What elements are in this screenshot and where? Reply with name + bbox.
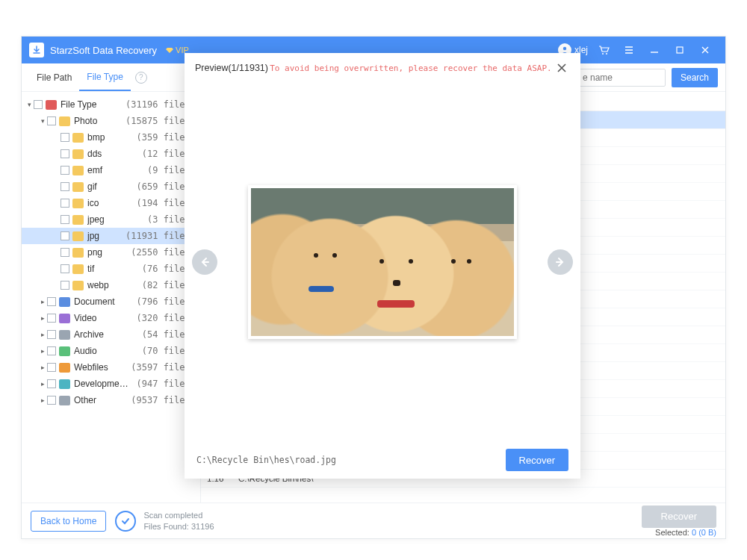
- tree-item[interactable]: bmp(359 files): [22, 129, 200, 146]
- folder-icon: [59, 396, 70, 405]
- preview-next-button[interactable]: [548, 249, 573, 275]
- tree-item[interactable]: webp(82 files): [22, 277, 200, 293]
- app-title: StarzSoft Data Recovery: [50, 45, 157, 56]
- folder-icon: [72, 215, 84, 225]
- folder-icon: [72, 166, 84, 175]
- tree-item-label: jpg: [87, 231, 121, 241]
- folder-icon: [72, 248, 84, 258]
- tree-checkbox[interactable]: [47, 379, 56, 388]
- tree-item-label: Archive: [74, 329, 137, 340]
- tree-checkbox[interactable]: [47, 346, 56, 355]
- tree-checkbox[interactable]: [61, 199, 69, 208]
- tree-twisty-icon[interactable]: ▸: [38, 364, 47, 371]
- tree-twisty-icon[interactable]: ▸: [38, 331, 47, 338]
- help-icon[interactable]: ?: [135, 72, 147, 84]
- tree-checkbox[interactable]: [47, 396, 56, 405]
- tree-item[interactable]: ▸Webfiles(3597 files): [22, 359, 200, 376]
- tree-item-label: Photo: [74, 116, 121, 126]
- tab-file-path[interactable]: File Path: [29, 63, 79, 91]
- tree-checkbox[interactable]: [47, 314, 56, 323]
- maximize-button[interactable]: [667, 37, 692, 63]
- menu-button[interactable]: [616, 37, 642, 63]
- tree-item[interactable]: ▸Document(796 files): [22, 293, 200, 310]
- close-icon: [700, 45, 710, 55]
- folder-icon: [72, 133, 84, 143]
- recover-button[interactable]: Recover: [642, 505, 716, 528]
- tree-checkbox[interactable]: [61, 264, 69, 273]
- modal-close-button[interactable]: [554, 60, 570, 76]
- diamond-icon: [166, 46, 173, 54]
- tree-twisty-icon[interactable]: ▾: [25, 101, 34, 108]
- tree-checkbox[interactable]: [61, 133, 69, 142]
- tree-twisty-icon[interactable]: ▸: [38, 380, 47, 388]
- tree-checkbox[interactable]: [47, 116, 56, 125]
- tree-item-label: Document: [74, 296, 132, 307]
- folder-icon: [72, 149, 84, 159]
- tree-item[interactable]: gif(659 files): [22, 178, 200, 195]
- tree-item-label: png: [87, 247, 126, 258]
- tree-checkbox[interactable]: [47, 297, 56, 306]
- preview-prev-button[interactable]: [192, 249, 217, 275]
- folder-icon: [72, 199, 84, 208]
- tree-item-label: jpeg: [87, 214, 143, 225]
- tree-item[interactable]: tif(76 files): [22, 261, 200, 277]
- tree-item[interactable]: ▸Other(9537 files): [22, 392, 200, 408]
- close-button[interactable]: [692, 37, 718, 63]
- tree-item[interactable]: ▸Development Files(947 files): [22, 376, 200, 392]
- tree-checkbox[interactable]: [61, 231, 69, 240]
- tree-checkbox[interactable]: [61, 281, 69, 290]
- app-logo-icon: [29, 43, 44, 57]
- tree-item[interactable]: ▸Archive(54 files): [22, 326, 200, 343]
- tree-item-label: Development Files: [74, 379, 132, 389]
- tree-checkbox[interactable]: [47, 330, 56, 339]
- tree-item-label: webp: [87, 280, 137, 290]
- tree-checkbox[interactable]: [61, 182, 69, 191]
- tree-twisty-icon[interactable]: ▸: [38, 298, 47, 305]
- tree-item[interactable]: ico(194 files): [22, 195, 200, 211]
- tab-file-type[interactable]: File Type: [79, 63, 130, 91]
- cart-button[interactable]: [591, 37, 616, 63]
- tree-item-label: ico: [87, 198, 132, 208]
- minimize-icon: [648, 44, 660, 56]
- folder-icon: [72, 281, 84, 290]
- tree-checkbox[interactable]: [61, 166, 69, 175]
- svg-point-0: [563, 47, 566, 50]
- tree-twisty-icon[interactable]: ▸: [38, 347, 47, 355]
- tree-item[interactable]: jpg(11931 files): [22, 228, 200, 244]
- folder-icon: [72, 264, 84, 274]
- tree-checkbox[interactable]: [61, 215, 69, 224]
- search-button[interactable]: Search: [672, 68, 718, 87]
- search-input[interactable]: [576, 69, 666, 87]
- minimize-button[interactable]: [642, 37, 667, 63]
- preview-file-path: C:\Recycle Bin\hes\road.jpg: [196, 455, 506, 465]
- tree-item[interactable]: png(2550 files): [22, 244, 200, 261]
- tree-item[interactable]: ▸Audio(70 files): [22, 343, 200, 359]
- folder-icon: [46, 100, 57, 110]
- folder-icon: [59, 330, 70, 340]
- tree-item[interactable]: ▸Video(320 files): [22, 310, 200, 326]
- tree-item[interactable]: ▾File Type(31196 files): [22, 96, 200, 113]
- tree-twisty-icon[interactable]: ▸: [38, 396, 47, 404]
- tree-item[interactable]: emf(9 files): [22, 162, 200, 178]
- back-to-home-button[interactable]: Back to Home: [31, 511, 106, 532]
- tree-checkbox[interactable]: [34, 100, 43, 109]
- modal-recover-button[interactable]: Recover: [506, 449, 568, 471]
- tree-twisty-icon[interactable]: ▸: [38, 314, 47, 322]
- tree-checkbox[interactable]: [61, 248, 69, 257]
- tree-item-label: dds: [87, 149, 137, 159]
- file-type-tree[interactable]: ▾File Type(31196 files)▾Photo(15875 file…: [22, 92, 201, 503]
- scan-status: Scan completed Files Found: 31196: [143, 510, 214, 532]
- tree-item-label: tif: [87, 264, 137, 274]
- tree-item[interactable]: dds(12 files): [22, 146, 200, 162]
- tree-item-label: emf: [87, 165, 143, 175]
- preview-modal: Preview(1/11931) To avoid being overwrit…: [185, 53, 580, 479]
- tree-checkbox[interactable]: [47, 363, 56, 372]
- tree-item[interactable]: jpeg(3 files): [22, 211, 200, 228]
- preview-image: [248, 185, 517, 339]
- folder-icon: [59, 116, 70, 126]
- tree-item[interactable]: ▾Photo(15875 files): [22, 113, 200, 129]
- tree-checkbox[interactable]: [61, 149, 69, 158]
- scan-complete-icon: [115, 511, 136, 532]
- tree-twisty-icon[interactable]: ▾: [38, 117, 47, 125]
- modal-header: Preview(1/11931) To avoid being overwrit…: [185, 53, 580, 83]
